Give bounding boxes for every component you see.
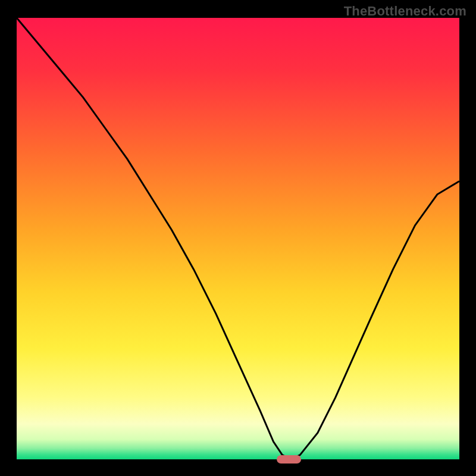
watermark-text: TheBottleneck.com — [344, 4, 466, 19]
plot-area — [17, 18, 459, 459]
chart-frame: TheBottleneck.com — [0, 0, 476, 476]
chart-svg — [0, 0, 476, 476]
optimal-marker — [277, 455, 301, 464]
